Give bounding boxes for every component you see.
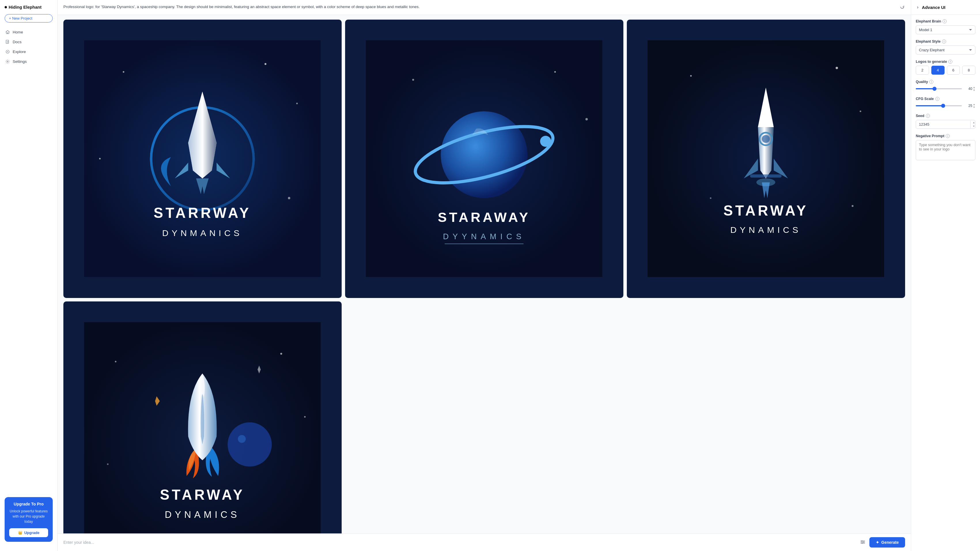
seed-info-icon[interactable]: i [926, 114, 930, 118]
seed-increment[interactable]: ▲ [972, 121, 975, 124]
svg-point-25 [690, 75, 692, 76]
seed-input-wrap: ▲ ▼ [916, 120, 975, 129]
logo-grid-area: STARRWAY DYNMANICS [57, 15, 911, 533]
quality-value: 40 [964, 87, 972, 91]
generate-button[interactable]: ✦ Generate [869, 537, 905, 548]
new-project-button[interactable]: + New Project [5, 14, 53, 22]
count-4-button[interactable]: 4 [931, 66, 945, 75]
svg-point-49 [863, 541, 864, 542]
bottom-bar: ✦ Generate [57, 533, 911, 551]
quality-spinner: ▲▼ [973, 86, 975, 92]
svg-point-26 [836, 67, 838, 69]
logo-card-2[interactable]: STARAWAY DYYNAMICS [345, 19, 624, 298]
generate-label: Generate [881, 540, 899, 545]
panel-title: Advance UI [922, 5, 945, 10]
svg-point-3 [7, 61, 8, 62]
logo-dot [5, 6, 7, 8]
elephant-style-info-icon[interactable]: i [942, 40, 946, 43]
svg-point-40 [107, 463, 108, 465]
settings-filter-button[interactable] [859, 538, 867, 547]
seed-field: Seed i ▲ ▼ [916, 114, 975, 129]
seed-label: Seed i [916, 114, 975, 118]
sidebar: Hiding Elephant + New Project Home Docs [0, 0, 57, 551]
home-icon [5, 30, 10, 34]
logo-grid-bottom: STARWAY DYNAMICS [64, 301, 905, 533]
svg-rect-33 [750, 175, 781, 178]
seed-input[interactable] [916, 120, 970, 129]
quality-slider-row: 40 ▲▼ [916, 86, 975, 92]
quality-info-icon[interactable]: i [929, 80, 933, 84]
svg-text:DYNMANICS: DYNMANICS [162, 228, 243, 238]
new-project-label: + New Project [9, 16, 32, 21]
idea-input[interactable] [64, 540, 856, 545]
cfg-scale-label: CFG Scale i [916, 97, 975, 101]
svg-point-5 [123, 71, 124, 73]
generate-icon: ✦ [876, 540, 879, 545]
quality-field: Quality i 40 ▲▼ [916, 80, 975, 92]
prompt-text: Professional logo: for 'Starway Dynamics… [64, 4, 896, 10]
prompt-refresh-button[interactable] [899, 4, 905, 11]
settings-icon [5, 59, 10, 64]
sidebar-item-explore-label: Explore [13, 49, 26, 54]
svg-text:STARWAY: STARWAY [160, 487, 245, 503]
cfg-slider-row: 25 ▲▼ [916, 103, 975, 109]
cfg-spinner: ▲▼ [973, 103, 975, 109]
logos-count-label: Logos to generate i [916, 60, 975, 64]
svg-point-31 [762, 135, 770, 143]
count-2-button[interactable]: 2 [916, 66, 929, 75]
sidebar-item-settings-label: Settings [13, 59, 27, 64]
logos-count-field: Logos to generate i 2 4 6 8 [916, 60, 975, 75]
svg-text:DYNAMICS: DYNAMICS [730, 225, 802, 234]
panel-body: Elephant Brain i Model 1 Model 2 Model 3… [911, 15, 980, 166]
upgrade-icon: 👑 [18, 530, 22, 535]
cfg-value-wrap: 25 ▲▼ [964, 103, 975, 109]
svg-point-2 [7, 51, 8, 52]
count-8-button[interactable]: 8 [962, 66, 975, 75]
sidebar-item-home[interactable]: Home [2, 27, 55, 37]
sidebar-item-docs[interactable]: Docs [2, 37, 55, 47]
quality-slider[interactable] [916, 88, 962, 89]
app-logo: Hiding Elephant [0, 5, 57, 14]
svg-point-42 [238, 435, 246, 443]
svg-text:DYNAMICS: DYNAMICS [165, 509, 240, 520]
sidebar-item-settings[interactable]: Settings [2, 56, 55, 66]
svg-text:STARRWAY: STARRWAY [154, 205, 251, 221]
upgrade-button[interactable]: 👑 Upgrade [9, 528, 48, 537]
app-name: Hiding Elephant [9, 5, 41, 10]
elephant-style-label: Elephant Style i [916, 40, 975, 43]
elephant-brain-info-icon[interactable]: i [943, 19, 947, 23]
right-panel: › Advance UI Elephant Brain i Model 1 Mo… [911, 0, 980, 551]
count-6-button[interactable]: 6 [947, 66, 960, 75]
elephant-brain-select[interactable]: Model 1 Model 2 Model 3 [916, 25, 975, 34]
elephant-style-field: Elephant Style i Crazy Elephant Classic … [916, 40, 975, 54]
logo-card-4[interactable]: STARWAY DYNAMICS [64, 301, 342, 533]
svg-point-7 [296, 103, 298, 104]
logos-count-info-icon[interactable]: i [948, 60, 952, 64]
negative-prompt-info-icon[interactable]: i [946, 134, 950, 138]
logo-card-3[interactable]: STARWAY DYNAMICS [627, 19, 905, 298]
svg-point-39 [304, 416, 305, 417]
prompt-bar: Professional logo: for 'Starway Dynamics… [57, 0, 911, 15]
svg-point-16 [555, 71, 556, 73]
panel-header: › Advance UI [911, 0, 980, 15]
cfg-scale-info-icon[interactable]: i [935, 97, 939, 101]
negative-prompt-textarea[interactable] [916, 140, 975, 160]
docs-icon [5, 40, 10, 44]
elephant-style-select[interactable]: Crazy Elephant Classic Elephant Modern E… [916, 46, 975, 54]
seed-decrement[interactable]: ▼ [972, 124, 975, 128]
svg-point-27 [860, 111, 861, 112]
logo-card-1[interactable]: STARRWAY DYNMANICS [64, 19, 342, 298]
seed-spinner: ▲ ▼ [970, 121, 975, 128]
elephant-brain-field: Elephant Brain i Model 1 Model 2 Model 3 [916, 19, 975, 34]
svg-point-8 [99, 158, 100, 159]
sidebar-item-docs-label: Docs [13, 40, 22, 44]
cfg-scale-slider[interactable] [916, 105, 962, 106]
sidebar-item-home-label: Home [13, 30, 23, 34]
quality-label: Quality i [916, 80, 975, 84]
panel-toggle-button[interactable]: › [916, 4, 920, 10]
svg-point-41 [228, 422, 272, 467]
sidebar-item-explore[interactable]: Explore [2, 47, 55, 56]
upgrade-title: Upgrade To Pro [9, 502, 48, 506]
sidebar-nav: Home Docs Explore [0, 27, 57, 492]
svg-point-48 [862, 540, 862, 541]
